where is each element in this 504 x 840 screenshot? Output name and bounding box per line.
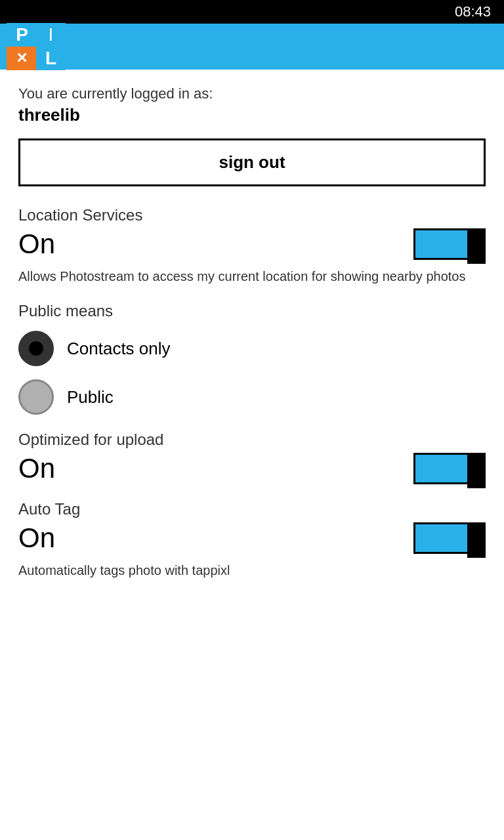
optimized-upload-track <box>413 453 486 484</box>
auto-tag-toggle-row: On <box>18 522 486 554</box>
status-time: 08:43 <box>455 3 491 20</box>
auto-tag-thumb <box>467 522 486 558</box>
status-bar: 08:43 <box>0 0 504 24</box>
auto-tag-label: Auto Tag <box>18 500 486 518</box>
auto-tag-track <box>413 522 486 554</box>
optimized-upload-thumb <box>467 453 486 488</box>
app-header: P I ✕ L <box>0 24 504 70</box>
optimized-upload-toggle-row: On <box>18 453 486 484</box>
location-toggle-track <box>413 228 486 260</box>
location-services-section: Location Services On Allows Photostream … <box>18 206 486 286</box>
logged-in-text: You are currently logged in as: <box>18 85 486 102</box>
optimized-upload-section: Optimized for upload On <box>18 430 486 484</box>
location-toggle-thumb <box>467 228 486 264</box>
logo-p: P <box>7 23 36 47</box>
optimized-upload-toggle[interactable] <box>413 453 486 484</box>
public-option[interactable]: Public <box>18 379 486 415</box>
logo-l: L <box>36 47 66 70</box>
main-content: You are currently logged in as: threelib… <box>0 70 504 612</box>
public-radio[interactable] <box>18 379 54 415</box>
auto-tag-toggle[interactable] <box>413 522 486 554</box>
account-section: You are currently logged in as: threelib… <box>18 85 486 186</box>
sign-out-button[interactable]: sign out <box>18 138 486 186</box>
public-means-label: Public means <box>18 302 486 320</box>
auto-tag-section: Auto Tag On Automatically tags photo wit… <box>18 500 486 580</box>
location-toggle-row: On <box>18 228 486 260</box>
location-services-label: Location Services <box>18 206 486 224</box>
public-means-section: Public means Contacts only Public <box>18 302 486 415</box>
location-services-description: Allows Photostream to access my current … <box>18 266 486 286</box>
contacts-only-label: Contacts only <box>67 339 171 359</box>
optimized-upload-state: On <box>18 453 55 484</box>
auto-tag-state: On <box>18 522 55 554</box>
contacts-only-radio[interactable] <box>18 331 54 366</box>
logo-i: I <box>36 23 66 47</box>
logo-x: ✕ <box>7 47 36 70</box>
location-services-toggle[interactable] <box>413 228 486 260</box>
public-label: Public <box>67 387 114 408</box>
auto-tag-description: Automatically tags photo with tappixl <box>18 560 486 580</box>
optimized-upload-label: Optimized for upload <box>18 430 486 449</box>
location-services-state: On <box>18 228 55 260</box>
contacts-only-option[interactable]: Contacts only <box>18 331 486 366</box>
username-label: threelib <box>18 105 486 125</box>
app-logo: P I ✕ L <box>7 23 66 70</box>
